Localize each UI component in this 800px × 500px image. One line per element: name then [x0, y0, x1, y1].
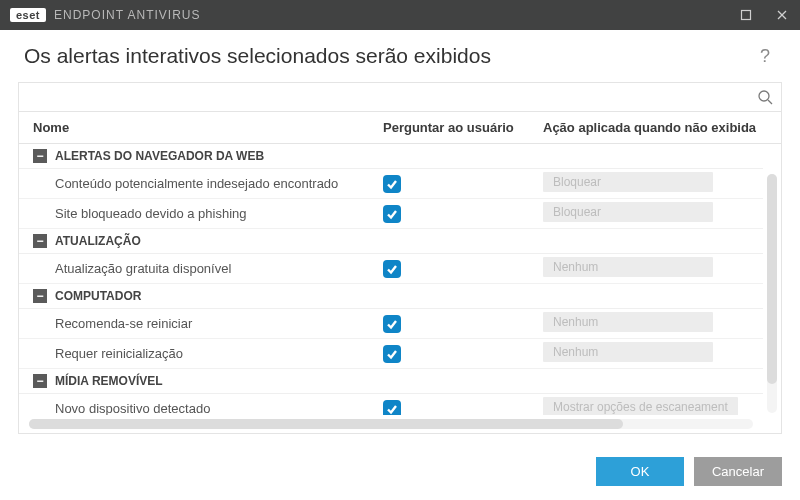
check-icon [386, 208, 398, 220]
window-close-button[interactable] [764, 0, 800, 30]
row-name: Site bloqueado devido a phishing [33, 206, 383, 221]
alerts-panel: Nome Perguntar ao usuário Ação aplicada … [18, 82, 782, 434]
ask-user-checkbox[interactable] [383, 260, 401, 278]
action-select[interactable]: Nenhum [543, 312, 713, 332]
ask-user-checkbox[interactable] [383, 345, 401, 363]
window-minimize-button[interactable] [728, 0, 764, 30]
cancel-button[interactable]: Cancelar [694, 457, 782, 486]
scrollbar-thumb[interactable] [767, 174, 777, 384]
scrollbar-thumb[interactable] [29, 419, 623, 429]
collapse-icon[interactable]: − [33, 149, 47, 163]
svg-point-3 [759, 91, 769, 101]
column-header-action[interactable]: Ação aplicada quando não exibida [543, 120, 767, 135]
group-title: ATUALIZAÇÃO [55, 234, 141, 248]
table-row: Conteúdo potencialmente indesejado encon… [19, 169, 763, 199]
table-header: Nome Perguntar ao usuário Ação aplicada … [19, 112, 781, 144]
table-row: Requer reinicialização Nenhum [19, 339, 763, 369]
search-button[interactable] [749, 83, 781, 111]
collapse-icon[interactable]: − [33, 234, 47, 248]
table-body: − ALERTAS DO NAVEGADOR DA WEB Conteúdo p… [19, 144, 781, 433]
ask-user-checkbox[interactable] [383, 315, 401, 333]
vertical-scrollbar[interactable] [767, 174, 777, 413]
table-row: Recomenda-se reiniciar Nenhum [19, 309, 763, 339]
svg-rect-0 [742, 11, 751, 20]
row-name: Conteúdo potencialmente indesejado encon… [33, 176, 383, 191]
action-select[interactable]: Mostrar opções de escaneament [543, 397, 738, 415]
group-title: ALERTAS DO NAVEGADOR DA WEB [55, 149, 264, 163]
brand-badge: eset [10, 8, 46, 22]
check-icon [386, 178, 398, 190]
page-header: Os alertas interativos selecionados serã… [0, 30, 800, 76]
search-input[interactable] [19, 83, 749, 111]
check-icon [386, 403, 398, 415]
action-select[interactable]: Bloquear [543, 172, 713, 192]
help-button[interactable]: ? [754, 46, 776, 67]
search-icon [757, 89, 773, 105]
group-header[interactable]: − MÍDIA REMOVÍVEL [19, 369, 763, 394]
dialog-footer: OK Cancelar [596, 457, 782, 486]
ask-user-checkbox[interactable] [383, 400, 401, 416]
svg-line-4 [768, 100, 772, 104]
search-row [19, 83, 781, 112]
ok-button[interactable]: OK [596, 457, 684, 486]
group-header[interactable]: − COMPUTADOR [19, 284, 763, 309]
action-select[interactable]: Nenhum [543, 257, 713, 277]
product-name: ENDPOINT ANTIVIRUS [54, 8, 200, 22]
check-icon [386, 348, 398, 360]
row-name: Requer reinicialização [33, 346, 383, 361]
horizontal-scrollbar[interactable] [29, 419, 753, 429]
close-icon [776, 9, 788, 21]
minimize-icon [740, 9, 752, 21]
titlebar: eset ENDPOINT ANTIVIRUS [0, 0, 800, 30]
column-header-name[interactable]: Nome [33, 120, 383, 135]
table-row: Atualização gratuita disponível Nenhum [19, 254, 763, 284]
group-title: MÍDIA REMOVÍVEL [55, 374, 163, 388]
ask-user-checkbox[interactable] [383, 205, 401, 223]
row-name: Recomenda-se reiniciar [33, 316, 383, 331]
table-body-inner: − ALERTAS DO NAVEGADOR DA WEB Conteúdo p… [19, 144, 763, 415]
group-header[interactable]: − ATUALIZAÇÃO [19, 229, 763, 254]
group-header[interactable]: − ALERTAS DO NAVEGADOR DA WEB [19, 144, 763, 169]
collapse-icon[interactable]: − [33, 289, 47, 303]
group-title: COMPUTADOR [55, 289, 141, 303]
row-name: Atualização gratuita disponível [33, 261, 383, 276]
column-header-ask[interactable]: Perguntar ao usuário [383, 120, 543, 135]
action-select[interactable]: Nenhum [543, 342, 713, 362]
row-name: Novo dispositivo detectado [33, 401, 383, 415]
check-icon [386, 263, 398, 275]
table-row: Novo dispositivo detectado Mostrar opçõe… [19, 394, 763, 415]
action-select[interactable]: Bloquear [543, 202, 713, 222]
collapse-icon[interactable]: − [33, 374, 47, 388]
table-row: Site bloqueado devido a phishing Bloquea… [19, 199, 763, 229]
ask-user-checkbox[interactable] [383, 175, 401, 193]
check-icon [386, 318, 398, 330]
page-title: Os alertas interativos selecionados serã… [24, 44, 754, 68]
